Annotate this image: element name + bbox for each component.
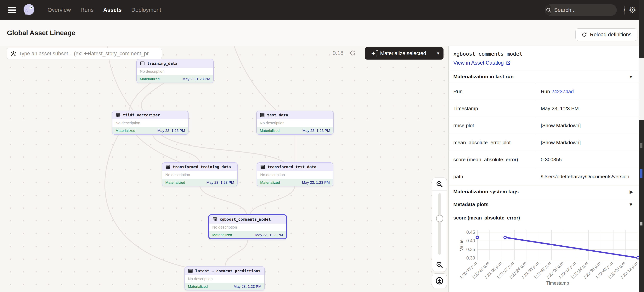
nav-links: OverviewRunsAssetsDeployment [48,7,161,13]
section-metadata-plots[interactable]: Metadata plots ▼ [449,198,639,211]
metadata-value: Run 242374ad [536,83,639,100]
svg-text:0.35: 0.35 [466,247,475,252]
svg-text:Value: Value [459,239,464,251]
asset-node-header: test_data [257,111,333,119]
section-system-tags[interactable]: Materialization system tags ▶ [449,185,639,198]
asset-node-description: No description [112,119,188,127]
search-input[interactable] [552,7,624,13]
external-link-icon [506,61,511,66]
metadata-link[interactable]: [Show Markdown] [541,123,581,128]
nav-link-runs[interactable]: Runs [80,7,94,13]
asset-node-description: No description [209,223,286,231]
metadata-link[interactable]: /Users/odetteharary/Documents/version [541,174,629,179]
zoom-slider-handle[interactable] [436,215,443,222]
refresh-graph-icon[interactable] [349,50,356,57]
table-row: Timestamp May 23, 1:23 PM [449,100,639,117]
table-row: path /Users/odetteharary/Documents/versi… [449,168,639,185]
view-in-asset-catalog-link[interactable]: View in Asset Catalog [453,60,639,66]
svg-text:0.45: 0.45 [466,230,475,235]
asset-node-name: transformed_test_data [268,165,316,169]
metadata-key: Run [449,83,536,100]
page-title: Global Asset Lineage [7,29,76,37]
table-icon [260,164,265,169]
metadata-link[interactable]: [Show Markdown] [541,140,581,145]
asset-node-name: xgboost_comments_model [220,217,271,222]
table-row: rmse plot [Show Markdown] [449,117,639,134]
asset-node-header: latest_…_comment_predictions [185,267,264,275]
materialize-selected-label: Materialize selected [380,51,426,57]
metadata-plot-wrap: 1:20:36 p.m.1:20:48 p.m.1:21:00 p.m.1:21… [449,223,639,292]
materialize-selected-main[interactable]: ✦✦✦ Materialize selected [365,50,433,57]
svg-text:0.30: 0.30 [466,255,475,260]
asset-node-test-data[interactable]: test_data No description Materialized Ma… [256,111,334,135]
chevron-down-icon: ▼ [628,74,633,80]
download-icon [435,276,444,285]
settings-gear-icon[interactable]: ⚙ [629,6,636,14]
asset-node-name: training_data [147,61,178,66]
asset-node-timestamp: May 23, 1:23 PM [206,180,234,185]
asset-node-latest-comment-predictions[interactable]: latest_…_comment_predictions No descript… [184,266,265,290]
table-icon [116,113,120,118]
asset-node-footer: Materialized May 23, 1:23 PM [137,75,213,83]
nav-link-deployment[interactable]: Deployment [131,7,161,13]
run-id-link[interactable]: 242374ad [551,89,574,94]
asset-node-status: Materialized [188,284,208,289]
materialize-dropdown-caret[interactable]: ▼ [433,50,444,57]
metadata-value: /Users/odetteharary/Documents/version [536,168,639,185]
asset-node-name: latest_…_comment_predictions [195,268,260,273]
zoom-controls [432,177,447,271]
op-selector-icon [10,51,16,57]
section-materialization-last-run[interactable]: Materialization in last run ▼ [449,70,639,83]
asset-node-timestamp: May 23, 1:23 PM [234,284,261,289]
search-icon [546,5,552,15]
asset-node-xgboost-comments-model[interactable]: xgboost_comments_model No description Ma… [208,214,287,239]
metadata-value: May 23, 1:23 PM [536,100,639,117]
table-row: mean_absolute_error plot [Show Markdown] [449,134,639,151]
asset-filter-input[interactable] [19,51,158,57]
top-nav: OverviewRunsAssetsDeployment / ⚙ [0,0,644,20]
metadata-value: 0.300855 [536,151,639,168]
asset-node-header: training_data [137,59,213,68]
table-icon [140,61,145,66]
metadata-key: Timestamp [449,100,536,117]
section-metadata-plots-label: Metadata plots [453,201,488,207]
asset-node-status: Materialized [212,233,232,237]
asset-node-timestamp: May 23, 1:23 PM [302,180,330,185]
asset-node-description: No description [257,119,333,127]
metadata-value: [Show Markdown] [536,134,639,151]
asset-node-transformed-test-data[interactable]: transformed_test_data No description Mat… [257,162,333,186]
asset-node-tfidf-vectorizer[interactable]: tfidf_vectorizer No description Material… [112,111,188,135]
zoom-in-button[interactable] [432,178,446,190]
asset-node-footer: Materialized May 23, 1:23 PM [257,127,333,134]
asset-node-status: Materialized [260,180,280,185]
reload-definitions-button[interactable]: Reload definitions [576,29,638,41]
table-icon [188,268,193,273]
refresh-timer: 0:18 [332,50,344,56]
dagster-logo[interactable] [22,3,36,17]
lineage-canvas[interactable]: training_data No description Materialize… [0,46,448,292]
view-in-asset-catalog-label: View in Asset Catalog [453,60,504,66]
panel-asset-title: xgboost_comments_model [453,51,639,57]
metadata-key: path [449,168,536,185]
download-image-button[interactable] [432,273,447,288]
metadata-table: Run Run 242374ad Timestamp May 23, 1:23 … [449,83,639,185]
asset-node-footer: Materialized May 23, 1:23 PM [112,127,188,134]
asset-node-description: No description [162,171,237,179]
search-box[interactable]: / [545,4,617,16]
zoom-out-button[interactable] [432,258,446,271]
asset-node-footer: Materialized May 23, 1:23 PM [162,179,237,186]
asset-node-name: test_data [267,113,288,117]
table-row: Run Run 242374ad [449,83,639,100]
materialize-selected-button[interactable]: ✦✦✦ Materialize selected ▼ [365,47,444,60]
asset-node-training-data[interactable]: training_data No description Materialize… [136,59,214,83]
nav-link-overview[interactable]: Overview [48,7,71,13]
nav-link-assets[interactable]: Assets [103,7,122,13]
hamburger-menu-icon[interactable] [8,5,16,15]
asset-node-transformed-training-data[interactable]: transformed_training_data No description… [162,162,238,186]
chart-caption: score (mean_absolute_error) [453,215,639,221]
asset-node-status: Materialized [165,180,185,185]
asset-node-footer: Materialized May 23, 1:23 PM [209,231,286,238]
asset-node-status: Materialized [116,129,135,133]
zoom-slider-track[interactable] [438,193,441,255]
asset-filter-input-wrap [7,48,162,59]
